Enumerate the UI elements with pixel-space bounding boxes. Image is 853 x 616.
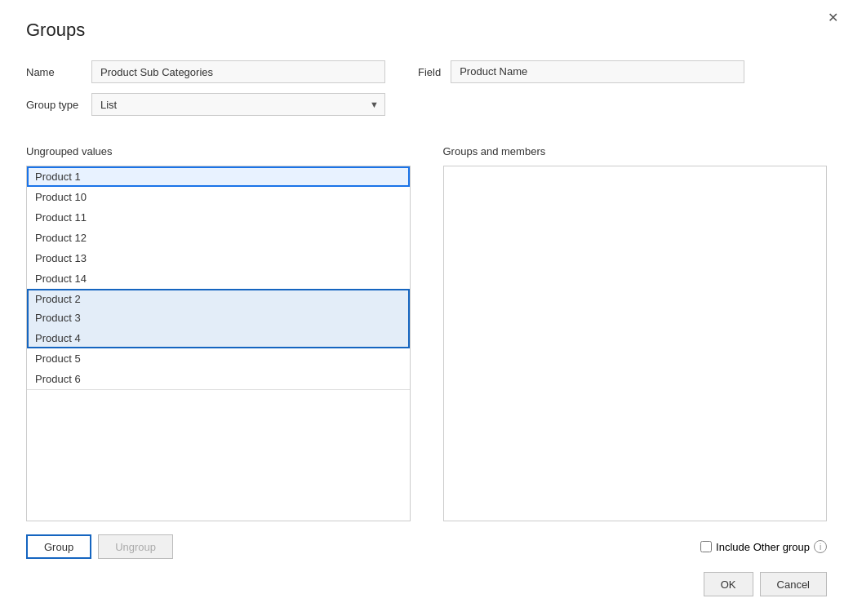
list-item[interactable]: Product 5 [27, 348, 410, 369]
ungrouped-list[interactable]: Product 1 Product 10 Product 11 Product … [27, 166, 410, 521]
name-row: Name Field Product Name [26, 60, 827, 83]
info-icon[interactable]: i [814, 540, 827, 553]
name-label: Name [26, 66, 91, 78]
list-item[interactable]: Product 1 [27, 166, 410, 187]
groups-title: Groups and members [443, 145, 828, 157]
columns-section: Ungrouped values Product 1 Product 10 Pr… [26, 145, 827, 521]
ok-button[interactable]: OK [704, 572, 753, 596]
close-button[interactable]: ✕ [828, 11, 838, 24]
list-item[interactable]: Product 13 [27, 248, 410, 268]
list-item[interactable]: Product 6 [27, 369, 410, 390]
group-type-wrapper: List Range Custom ▼ [91, 93, 385, 116]
groups-column: Groups and members [443, 145, 828, 521]
list-item[interactable]: Product 11 [27, 207, 410, 228]
group-type-select[interactable]: List Range Custom [91, 93, 385, 116]
field-section: Field Product Name [418, 60, 744, 83]
field-value: Product Name [451, 60, 744, 83]
ungrouped-column: Ungrouped values Product 1 Product 10 Pr… [26, 145, 411, 521]
group-type-label: Group type [26, 99, 91, 111]
list-item[interactable]: Product 12 [27, 228, 410, 248]
ungrouped-title: Ungrouped values [26, 145, 411, 157]
ungroup-button[interactable]: Ungroup [98, 534, 173, 559]
ungrouped-list-container: Product 1 Product 10 Product 11 Product … [26, 166, 411, 521]
group-button[interactable]: Group [26, 534, 91, 559]
dialog-title: Groups [26, 20, 827, 41]
list-item[interactable]: Product 14 [27, 268, 410, 289]
groups-list-container [443, 166, 828, 521]
ok-cancel-row: OK Cancel [26, 572, 827, 596]
list-item[interactable]: Product 2 [27, 289, 410, 308]
include-other-wrapper: Include Other group i [700, 540, 827, 553]
include-other-checkbox[interactable] [700, 541, 712, 552]
list-item[interactable]: Product 10 [27, 187, 410, 207]
cancel-button[interactable]: Cancel [760, 572, 827, 596]
group-ungroup-buttons: Group Ungroup [26, 534, 173, 559]
list-item[interactable]: Product 4 [27, 328, 410, 348]
group-type-row: Group type List Range Custom ▼ [26, 93, 827, 116]
include-other-label: Include Other group [716, 541, 810, 553]
groups-list[interactable] [444, 166, 827, 521]
name-input[interactable] [91, 60, 385, 83]
field-label: Field [418, 66, 441, 78]
list-item[interactable]: Product 3 [27, 308, 410, 328]
action-buttons-row: Group Ungroup Include Other group i [26, 534, 827, 559]
groups-dialog: ✕ Groups Name Field Product Name Group t… [0, 0, 853, 616]
